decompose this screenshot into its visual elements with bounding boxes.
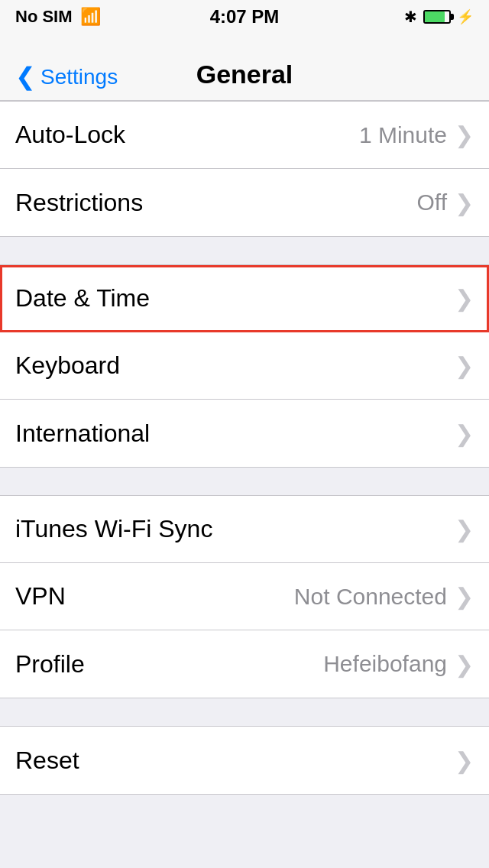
auto-lock-value: 1 Minute xyxy=(359,122,447,148)
battery-fill xyxy=(425,11,445,22)
vpn-right: Not Connected ❯ xyxy=(294,583,474,610)
auto-lock-right: 1 Minute ❯ xyxy=(359,121,474,148)
back-chevron-icon: ❮ xyxy=(15,64,36,89)
charging-icon: ⚡ xyxy=(457,8,474,25)
profile-row[interactable]: Profile Hefeibofang ❯ xyxy=(0,630,489,698)
vpn-row[interactable]: VPN Not Connected ❯ xyxy=(0,563,489,630)
settings-section-1: Auto-Lock 1 Minute ❯ Restrictions Off ❯ xyxy=(0,101,489,237)
profile-chevron-icon: ❯ xyxy=(455,651,474,678)
profile-value: Hefeibofang xyxy=(323,651,447,677)
reset-chevron-icon: ❯ xyxy=(455,747,474,774)
reset-row[interactable]: Reset ❯ xyxy=(0,727,489,794)
restrictions-right: Off ❯ xyxy=(417,189,474,216)
restrictions-chevron-icon: ❯ xyxy=(455,189,474,216)
international-chevron-icon: ❯ xyxy=(455,420,474,447)
back-label[interactable]: Settings xyxy=(40,65,118,89)
nav-bar: ❮ Settings General xyxy=(0,34,489,101)
keyboard-chevron-icon: ❯ xyxy=(455,352,474,379)
date-time-label: Date & Time xyxy=(15,284,150,313)
divider-3 xyxy=(0,698,489,726)
itunes-wifi-sync-label: iTunes Wi-Fi Sync xyxy=(15,515,212,543)
auto-lock-label: Auto-Lock xyxy=(15,121,125,149)
carrier-label: No SIM xyxy=(15,7,73,27)
restrictions-row[interactable]: Restrictions Off ❯ xyxy=(0,169,489,236)
keyboard-right: ❯ xyxy=(455,352,474,379)
itunes-wifi-sync-right: ❯ xyxy=(455,516,474,542)
vpn-value: Not Connected xyxy=(294,584,447,610)
page-title: General xyxy=(196,60,293,89)
itunes-wifi-sync-row[interactable]: iTunes Wi-Fi Sync ❯ xyxy=(0,496,489,563)
profile-right: Hefeibofang ❯ xyxy=(323,651,474,678)
reset-label: Reset xyxy=(15,747,79,775)
settings-content: Auto-Lock 1 Minute ❯ Restrictions Off ❯ … xyxy=(0,101,489,795)
divider-2 xyxy=(0,468,489,495)
divider-1 xyxy=(0,237,489,264)
status-bar: No SIM 📶 4:07 PM ✱ ⚡ xyxy=(0,0,489,34)
international-label: International xyxy=(15,419,150,448)
date-time-row[interactable]: Date & Time ❯ xyxy=(0,265,489,332)
auto-lock-chevron-icon: ❯ xyxy=(455,121,474,148)
restrictions-label: Restrictions xyxy=(15,189,143,217)
international-right: ❯ xyxy=(455,420,474,447)
profile-label: Profile xyxy=(15,650,85,679)
date-time-chevron-icon: ❯ xyxy=(455,285,474,312)
status-left: No SIM 📶 xyxy=(15,7,101,27)
settings-section-4: Reset ❯ xyxy=(0,726,489,795)
international-row[interactable]: International ❯ xyxy=(0,400,489,467)
wifi-icon: 📶 xyxy=(80,7,101,27)
status-right: ✱ ⚡ xyxy=(404,8,474,26)
auto-lock-row[interactable]: Auto-Lock 1 Minute ❯ xyxy=(0,102,489,169)
settings-section-3: iTunes Wi-Fi Sync ❯ VPN Not Connected ❯ … xyxy=(0,495,489,698)
keyboard-label: Keyboard xyxy=(15,351,120,380)
restrictions-value: Off xyxy=(417,189,447,215)
bluetooth-icon: ✱ xyxy=(404,8,417,26)
vpn-label: VPN xyxy=(15,582,66,611)
battery-icon xyxy=(423,10,451,24)
back-button[interactable]: ❮ Settings xyxy=(0,65,133,89)
keyboard-row[interactable]: Keyboard ❯ xyxy=(0,332,489,400)
settings-section-2: Date & Time ❯ Keyboard ❯ International ❯ xyxy=(0,264,489,468)
reset-right: ❯ xyxy=(455,747,474,774)
date-time-right: ❯ xyxy=(455,285,474,312)
itunes-wifi-sync-chevron-icon: ❯ xyxy=(455,516,474,542)
vpn-chevron-icon: ❯ xyxy=(455,583,474,610)
status-time: 4:07 PM xyxy=(210,6,280,28)
